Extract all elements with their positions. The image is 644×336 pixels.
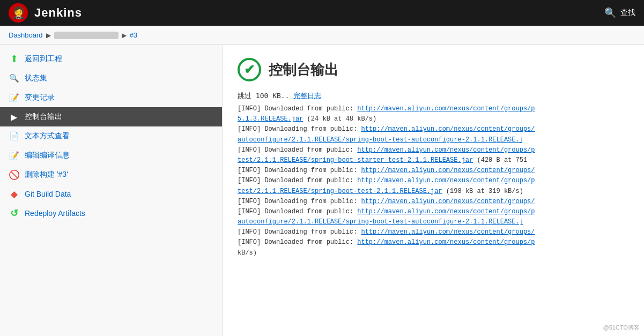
console-link-14[interactable]: http://maven.aliyun.com/nexus/content/gr… xyxy=(357,238,535,246)
changes-icon: 📝 xyxy=(9,92,19,103)
console-line-6: test/2.1.1.RELEASE/spring-boot-starter-t… xyxy=(238,155,629,166)
console-link-4[interactable]: autoconfigure/2.1.1.RELEASE/spring-boot-… xyxy=(238,136,523,144)
redeploy-artifacts-icon: ↺ xyxy=(9,208,19,219)
sidebar-item-back-to-project[interactable]: ⬆ 返回到工程 xyxy=(0,49,222,69)
console-line-3: [INFO] Downloading from public: http://m… xyxy=(238,124,629,135)
console-line-11: [INFO] Downloaded from public: http://ma… xyxy=(238,207,629,217)
sidebar-label-back-to-project: 返回到工程 xyxy=(25,54,62,64)
sidebar-item-status[interactable]: 🔍 状态集 xyxy=(0,69,222,88)
sidebar-item-delete-build[interactable]: 🚫 删除构建 '#3' xyxy=(0,165,222,184)
main-layout: ⬆ 返回到工程 🔍 状态集 📝 变更记录 ▶ 控制台输出 📄 文本方式查看 📝 … xyxy=(0,45,644,336)
console-link-11[interactable]: http://maven.aliyun.com/nexus/content/gr… xyxy=(357,208,535,215)
console-line-2: 5.1.3.RELEASE.jar (24 kB at 48 kB/s) xyxy=(238,114,629,124)
back-to-project-icon: ⬆ xyxy=(9,54,19,64)
console-line-10: [INFO] Downloading from public: http://m… xyxy=(238,197,629,207)
sidebar-label-status: 状态集 xyxy=(25,73,47,83)
console-link-5[interactable]: http://maven.aliyun.com/nexus/content/gr… xyxy=(357,146,535,154)
sidebar-item-changes[interactable]: 📝 变更记录 xyxy=(0,88,222,107)
console-line-1: [INFO] Downloaded from public: http://ma… xyxy=(238,104,629,114)
page-title-row: ✔ 控制台输出 xyxy=(238,58,629,81)
sidebar-label-changes: 变更记录 xyxy=(25,93,55,102)
search-area[interactable]: 🔍 查找 xyxy=(604,7,635,19)
jenkins-logo-icon: 🤵 xyxy=(11,6,26,20)
console-line-4: autoconfigure/2.1.1.RELEASE/spring-boot-… xyxy=(238,135,629,145)
skip-line: 跳过 100 KB.. 完整日志 xyxy=(238,91,629,101)
sidebar-item-console-output[interactable]: ▶ 控制台输出 xyxy=(0,107,222,126)
sidebar-label-git-build-data: Git Build Data xyxy=(25,190,71,198)
search-icon[interactable]: 🔍 xyxy=(604,7,616,19)
app-title: Jenkins xyxy=(34,6,82,20)
sidebar: ⬆ 返回到工程 🔍 状态集 📝 变更记录 ▶ 控制台输出 📄 文本方式查看 📝 … xyxy=(0,45,223,336)
sidebar-label-console-output: 控制台输出 xyxy=(25,112,62,122)
sidebar-label-redeploy-artifacts: Redeploy Artifacts xyxy=(25,209,85,218)
console-line-13: [INFO] Downloading from public: http://m… xyxy=(238,227,629,237)
search-label[interactable]: 查找 xyxy=(620,8,635,18)
skip-text: 跳过 100 KB.. xyxy=(238,92,289,100)
breadcrumb-build: #3 xyxy=(130,31,137,39)
success-icon: ✔ xyxy=(238,58,261,81)
console-line-14: [INFO] Downloaded from public: http://ma… xyxy=(238,237,629,248)
sidebar-item-text-view[interactable]: 📄 文本方式查看 xyxy=(0,126,222,146)
breadcrumb: Dashboard ▶ ▶ #3 xyxy=(0,26,644,45)
console-output-area: [INFO] Downloaded from public: http://ma… xyxy=(238,104,629,258)
console-link-13[interactable]: http://maven.aliyun.com/nexus/content/gr… xyxy=(361,228,535,236)
main-content: ✔ 控制台输出 跳过 100 KB.. 完整日志 [INFO] Download… xyxy=(223,45,644,336)
sidebar-label-text-view: 文本方式查看 xyxy=(25,131,70,141)
console-link-6[interactable]: test/2.1.1.RELEASE/spring-boot-starter-t… xyxy=(238,156,473,164)
console-line-7: [INFO] Downloading from public: http://m… xyxy=(238,166,629,176)
text-view-icon: 📄 xyxy=(9,131,19,141)
console-link-3[interactable]: http://maven.aliyun.com/nexus/content/gr… xyxy=(361,125,535,133)
console-line-9: test/2.1.1.RELEASE/spring-boot-test-2.1.… xyxy=(238,186,629,197)
jenkins-logo: 🤵 xyxy=(9,3,28,23)
console-line-5: [INFO] Downloaded from public: http://ma… xyxy=(238,145,629,155)
sidebar-label-edit-build-info: 编辑编译信息 xyxy=(25,151,70,160)
console-link-8[interactable]: http://maven.aliyun.com/nexus/content/gr… xyxy=(357,177,535,184)
console-output-icon: ▶ xyxy=(9,111,19,122)
console-line-8: [INFO] Downloaded from public: http://ma… xyxy=(238,176,629,186)
breadcrumb-dashboard[interactable]: Dashboard xyxy=(9,31,43,39)
console-line-15: kB/s) xyxy=(238,248,629,258)
watermark: @51CTO博客 xyxy=(603,324,640,332)
edit-build-info-icon: 📝 xyxy=(9,150,19,161)
console-link-9[interactable]: test/2.1.1.RELEASE/spring-boot-test-2.1.… xyxy=(238,188,442,195)
full-log-link[interactable]: 完整日志 xyxy=(293,92,321,100)
console-line-12: autoconfigure/2.1.1.RELEASE/spring-boot-… xyxy=(238,217,629,227)
status-icon: 🔍 xyxy=(9,73,19,84)
page-title: 控制台输出 xyxy=(269,61,338,79)
console-link-12[interactable]: autoconfigure/2.1.1.RELEASE/spring-boot-… xyxy=(238,218,523,226)
app-header: 🤵 Jenkins 🔍 查找 xyxy=(0,0,644,26)
console-link-7[interactable]: http://maven.aliyun.com/nexus/content/gr… xyxy=(361,167,535,174)
sidebar-item-redeploy-artifacts[interactable]: ↺ Redeploy Artifacts xyxy=(0,204,222,223)
sidebar-item-edit-build-info[interactable]: 📝 编辑编译信息 xyxy=(0,146,222,165)
breadcrumb-arrow-2: ▶ xyxy=(122,32,127,39)
breadcrumb-project xyxy=(54,32,119,39)
sidebar-item-git-build-data[interactable]: ◆ Git Build Data xyxy=(0,184,222,204)
console-link-1[interactable]: http://maven.aliyun.com/nexus/content/gr… xyxy=(357,105,535,113)
delete-build-icon: 🚫 xyxy=(9,169,19,180)
console-link-2[interactable]: 5.1.3.RELEASE.jar xyxy=(238,115,303,123)
breadcrumb-arrow-1: ▶ xyxy=(46,32,51,39)
header-logo-area: 🤵 Jenkins xyxy=(9,3,82,23)
git-build-data-icon: ◆ xyxy=(9,189,19,199)
sidebar-label-delete-build: 删除构建 '#3' xyxy=(25,170,68,180)
console-link-10[interactable]: http://maven.aliyun.com/nexus/content/gr… xyxy=(361,198,535,205)
